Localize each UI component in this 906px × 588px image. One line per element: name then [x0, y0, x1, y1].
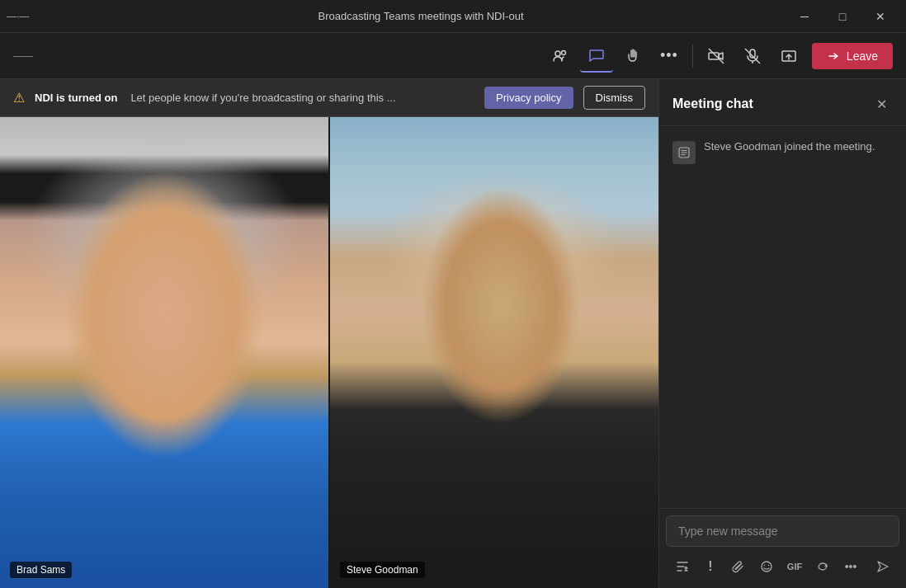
system-message: Steve Goodman joined the meeting.: [672, 139, 893, 164]
chat-button[interactable]: [580, 40, 613, 73]
video-tile-steve-goodman: Steve Goodman: [328, 117, 658, 588]
emoji-button[interactable]: [753, 553, 780, 580]
participant-label-steve: Steve Goodman: [340, 562, 425, 578]
svg-point-10: [768, 565, 770, 567]
video-tile-brad-sams: Brad Sams: [0, 117, 328, 588]
warning-icon: ⚠: [13, 90, 25, 106]
gif-button[interactable]: GIF: [781, 553, 808, 580]
message-input[interactable]: Type new message: [666, 515, 899, 547]
svg-point-8: [762, 562, 772, 572]
format-text-button[interactable]: [669, 553, 696, 580]
share-button[interactable]: [772, 40, 805, 73]
leave-button[interactable]: Leave: [812, 43, 893, 69]
chat-header: Meeting chat ✕: [659, 79, 906, 126]
dismiss-button[interactable]: Dismiss: [583, 86, 646, 110]
window-controls: ─ □ ✕: [786, 0, 899, 33]
send-button[interactable]: [870, 553, 896, 580]
window-title: Broadcasting Teams meetings with NDI-out: [56, 10, 786, 22]
camera-button[interactable]: [700, 40, 733, 73]
urgent-button[interactable]: !: [697, 553, 724, 580]
raise-hand-button[interactable]: [616, 40, 649, 73]
chat-input-area: Type new message !: [659, 508, 906, 588]
video-area: ⚠ NDI is turned on Let people know if yo…: [0, 79, 658, 588]
more-options-button[interactable]: •••: [653, 40, 686, 73]
loop-button[interactable]: [809, 553, 836, 580]
toolbar-left-label: ——: [13, 50, 33, 62]
ndi-on-text: NDI is turned on: [35, 92, 117, 104]
privacy-policy-button[interactable]: Privacy policy: [484, 87, 573, 109]
system-message-icon: [672, 141, 696, 164]
system-message-text: Steve Goodman joined the meeting.: [704, 139, 875, 154]
participants-button[interactable]: [544, 40, 577, 73]
maximize-button[interactable]: □: [823, 0, 861, 33]
mic-button[interactable]: [736, 40, 769, 73]
meeting-toolbar: —— •••: [0, 33, 906, 79]
chat-panel: Meeting chat ✕ Steve Goodman joined the …: [658, 79, 906, 588]
participant-label-brad: Brad Sams: [10, 562, 72, 578]
close-button[interactable]: ✕: [861, 0, 899, 33]
ndi-description: Let people know if you're broadcasting o…: [130, 92, 474, 104]
video-grid: Brad Sams Steve Goodman: [0, 117, 658, 588]
chat-title: Meeting chat: [672, 96, 753, 111]
toolbar-divider: [692, 45, 693, 68]
title-bar-left-label: —·—: [7, 11, 56, 22]
chat-messages: Steve Goodman joined the meeting.: [659, 126, 906, 508]
svg-point-1: [561, 50, 565, 54]
minimize-button[interactable]: ─: [786, 0, 823, 33]
ndi-banner: ⚠ NDI is turned on Let people know if yo…: [0, 79, 658, 117]
title-bar: —·— Broadcasting Teams meetings with NDI…: [0, 0, 906, 33]
chat-close-button[interactable]: ✕: [870, 92, 893, 115]
main-area: ⚠ NDI is turned on Let people know if yo…: [0, 79, 906, 588]
more-chat-options-button[interactable]: •••: [838, 553, 864, 580]
svg-point-9: [764, 565, 766, 567]
svg-line-2: [709, 49, 724, 64]
attach-button[interactable]: [725, 553, 752, 580]
svg-point-0: [555, 51, 560, 56]
chat-toolbar: ! GIF: [666, 552, 899, 581]
